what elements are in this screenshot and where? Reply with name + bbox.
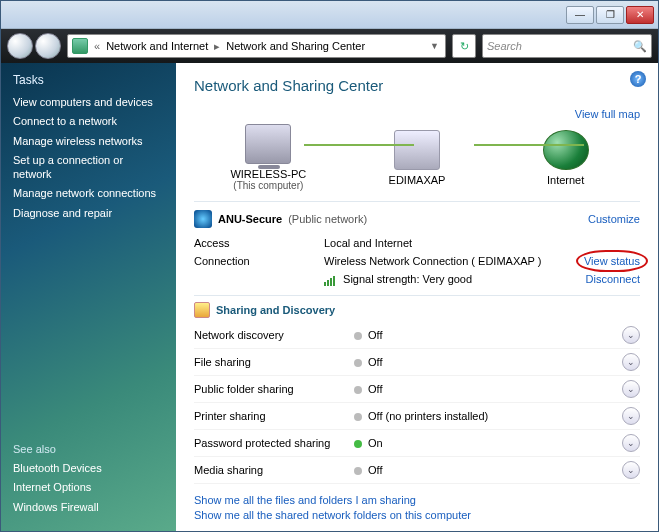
connection-value: Wireless Network Connection ( EDIMAXAP )	[324, 255, 584, 267]
network-shield-icon	[194, 210, 212, 228]
sharing-heading: Sharing and Discovery	[216, 304, 335, 316]
sidebar: Tasks View computers and devices Connect…	[1, 63, 176, 531]
seealso-internet-options[interactable]: Internet Options	[13, 480, 164, 494]
sharing-row: Media sharingOff⌄	[194, 457, 640, 484]
seealso-bluetooth[interactable]: Bluetooth Devices	[13, 461, 164, 475]
sharing-value: On	[354, 437, 383, 449]
window: — ❐ ✕ « Network and Internet ▸ Network a…	[0, 0, 659, 532]
status-dot-icon	[354, 413, 362, 421]
connection-line	[304, 144, 414, 146]
node-label: WIRELESS-PC	[208, 168, 328, 180]
sidebar-item-diagnose[interactable]: Diagnose and repair	[13, 206, 164, 220]
breadcrumb-dropdown-icon[interactable]: ▼	[428, 41, 441, 51]
sidebar-item-manage-connections[interactable]: Manage network connections	[13, 186, 164, 200]
back-button[interactable]	[7, 33, 33, 59]
search-placeholder: Search	[487, 40, 522, 52]
navbar: « Network and Internet ▸ Network and Sha…	[1, 29, 658, 63]
sharing-label: Network discovery	[194, 329, 354, 341]
node-label: EDIMAXAP	[357, 174, 477, 186]
network-name: ANU-Secure	[218, 213, 282, 225]
refresh-button[interactable]: ↻	[452, 34, 476, 58]
expand-button[interactable]: ⌄	[622, 461, 640, 479]
node-this-computer: WIRELESS-PC (This computer)	[208, 124, 328, 191]
breadcrumb-part[interactable]: Network and Internet	[106, 40, 208, 52]
expand-button[interactable]: ⌄	[622, 353, 640, 371]
breadcrumb[interactable]: « Network and Internet ▸ Network and Sha…	[67, 34, 446, 58]
view-status-link[interactable]: View status	[584, 255, 640, 267]
status-dot-icon	[354, 386, 362, 394]
seealso-heading: See also	[13, 443, 164, 455]
sidebar-item-view-computers[interactable]: View computers and devices	[13, 95, 164, 109]
connection-label: Connection	[194, 255, 324, 267]
expand-button[interactable]: ⌄	[622, 407, 640, 425]
connection-line	[474, 144, 584, 146]
status-dot-icon	[354, 440, 362, 448]
sharing-row: Printer sharingOff (no printers installe…	[194, 403, 640, 430]
search-input[interactable]: Search 🔍	[482, 34, 652, 58]
signal-label: Signal strength:	[343, 273, 419, 285]
minimize-button[interactable]: —	[566, 6, 594, 24]
sharing-row: Password protected sharingOn⌄	[194, 430, 640, 457]
signal-value: Very good	[423, 273, 473, 285]
access-value: Local and Internet	[324, 237, 640, 249]
sidebar-item-connect-network[interactable]: Connect to a network	[13, 114, 164, 128]
sharing-discovery-icon	[194, 302, 210, 318]
search-icon: 🔍	[633, 40, 647, 53]
sharing-label: File sharing	[194, 356, 354, 368]
control-panel-icon	[72, 38, 88, 54]
help-icon[interactable]: ?	[630, 71, 646, 87]
node-sublabel: (This computer)	[208, 180, 328, 191]
close-button[interactable]: ✕	[626, 6, 654, 24]
sharing-label: Public folder sharing	[194, 383, 354, 395]
node-access-point: EDIMAXAP	[357, 130, 477, 186]
network-type: (Public network)	[288, 213, 367, 225]
customize-link[interactable]: Customize	[588, 213, 640, 225]
sharing-value: Off	[354, 356, 382, 368]
status-dot-icon	[354, 332, 362, 340]
sharing-value: Off	[354, 383, 382, 395]
forward-button[interactable]	[35, 33, 61, 59]
breadcrumb-prefix: «	[92, 40, 102, 52]
disconnect-link[interactable]: Disconnect	[586, 273, 640, 286]
sharing-value: Off	[354, 464, 382, 476]
expand-button[interactable]: ⌄	[622, 434, 640, 452]
node-internet: Internet	[506, 130, 626, 186]
maximize-button[interactable]: ❐	[596, 6, 624, 24]
expand-button[interactable]: ⌄	[622, 326, 640, 344]
sharing-row: File sharingOff⌄	[194, 349, 640, 376]
view-full-map-link[interactable]: View full map	[575, 108, 640, 120]
sharing-label: Printer sharing	[194, 410, 354, 422]
computer-icon	[245, 124, 291, 164]
breadcrumb-sep: ▸	[212, 40, 222, 53]
sharing-label: Password protected sharing	[194, 437, 354, 449]
sharing-row: Public folder sharingOff⌄	[194, 376, 640, 403]
sharing-value: Off	[354, 329, 382, 341]
sharing-value: Off (no printers installed)	[354, 410, 488, 422]
status-dot-icon	[354, 359, 362, 367]
content: ? Network and Sharing Center View full m…	[176, 63, 658, 531]
network-map: WIRELESS-PC (This computer) EDIMAXAP Int…	[194, 124, 640, 191]
router-icon	[394, 130, 440, 170]
globe-icon	[543, 130, 589, 170]
expand-button[interactable]: ⌄	[622, 380, 640, 398]
sidebar-item-setup-connection[interactable]: Set up a connection or network	[13, 153, 164, 182]
access-label: Access	[194, 237, 324, 249]
signal-bars-icon	[324, 274, 336, 286]
node-label: Internet	[506, 174, 626, 186]
sharing-label: Media sharing	[194, 464, 354, 476]
seealso-windows-firewall[interactable]: Windows Firewall	[13, 500, 164, 514]
titlebar: — ❐ ✕	[1, 1, 658, 29]
footer-link-files[interactable]: Show me all the files and folders I am s…	[194, 494, 640, 506]
status-dot-icon	[354, 467, 362, 475]
sharing-row: Network discoveryOff⌄	[194, 322, 640, 349]
breadcrumb-part[interactable]: Network and Sharing Center	[226, 40, 365, 52]
page-title: Network and Sharing Center	[194, 77, 640, 94]
footer-link-folders[interactable]: Show me all the shared network folders o…	[194, 509, 640, 521]
sidebar-item-manage-wireless[interactable]: Manage wireless networks	[13, 134, 164, 148]
tasks-heading: Tasks	[13, 73, 164, 87]
